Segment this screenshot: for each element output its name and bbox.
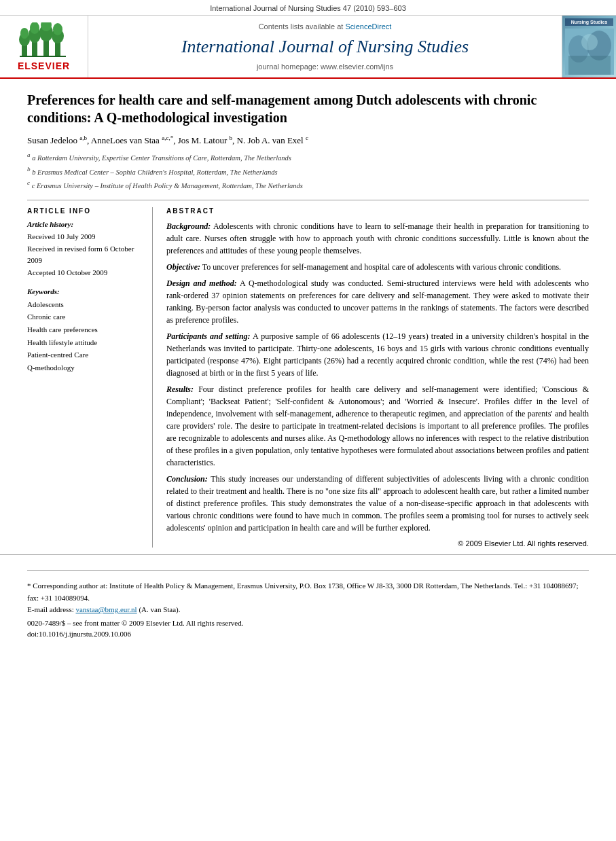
corresponding-note-text: * Corresponding author at: Institute of …: [27, 581, 578, 602]
abstract-background-label: Background:: [166, 221, 211, 231]
abstract-conclusion-text: This study increases our understanding o…: [166, 474, 589, 533]
author-sup-vanexel: c: [306, 135, 308, 141]
abstract-results: Results: Four distinct preference profil…: [166, 383, 589, 469]
abstract-participants: Participants and setting: A purposive sa…: [166, 330, 589, 379]
cover-art-icon: [565, 29, 614, 75]
abstract-column: ABSTRACT Background: Adolescents with ch…: [166, 207, 589, 548]
svg-point-2: [20, 28, 29, 39]
abstract-participants-label: Participants and setting:: [166, 332, 251, 341]
article-title: Preferences for health care and self-man…: [27, 91, 589, 126]
email-label: E-mail address:: [27, 605, 74, 613]
abstract-conclusion: Conclusion: This study increases our und…: [166, 473, 589, 534]
cover-label: Nursing Studies: [565, 18, 613, 26]
keyword-6: Q-methodology: [27, 361, 144, 374]
abstract-results-text: Four distinct preference profiles for he…: [166, 384, 589, 467]
journal-header: ELSEVIER Contents lists available at Sci…: [0, 16, 616, 79]
email-value[interactable]: vanstaa@bmg.eur.nl: [75, 605, 137, 613]
journal-title-area: Contents lists available at ScienceDirec…: [88, 16, 562, 77]
author-sup-vanstaa: a,c,*: [162, 135, 173, 141]
abstract-background: Background: Adolescents with chronic con…: [166, 220, 589, 257]
svg-point-11: [53, 23, 62, 35]
abstract-objective-label: Objective:: [166, 262, 200, 272]
elsevier-tree-icon: [18, 22, 69, 58]
abstract-design-label: Design and method:: [166, 279, 237, 288]
article-info-abstract-section: ARTICLE INFO Article history: Received 1…: [27, 200, 589, 548]
sciencedirect-bar: Contents lists available at ScienceDirec…: [259, 22, 392, 31]
abstract-conclusion-label: Conclusion:: [166, 474, 208, 484]
article-info-section-label: ARTICLE INFO: [27, 207, 144, 215]
keywords-label: Keywords:: [27, 287, 144, 296]
journal-reference-bar: International Journal of Nursing Studies…: [0, 0, 616, 16]
journal-homepage: journal homepage: www.elsevier.com/ijns: [257, 62, 393, 71]
footer-notes: * Corresponding author at: Institute of …: [0, 554, 616, 645]
doi-text: doi:10.1016/j.ijnurstu.2009.10.006: [27, 630, 131, 638]
elsevier-logo-area: ELSEVIER: [0, 16, 88, 77]
footer-divider: [27, 570, 589, 571]
email-line: E-mail address: vanstaa@bmg.eur.nl (A. v…: [27, 604, 589, 616]
author-sup-latour: b: [230, 135, 233, 141]
history-revised: Received in revised form 6 October 2009: [27, 243, 144, 267]
page-wrapper: International Journal of Nursing Studies…: [0, 0, 616, 645]
authors-line: Susan Jedeloo a,b, AnneLoes van Staa a,c…: [27, 135, 589, 146]
affiliation-a: a a Rotterdam University, Expertise Cent…: [27, 150, 589, 164]
history-accepted: Accepted 10 October 2009: [27, 267, 144, 279]
journal-main-title: International Journal of Nursing Studies: [181, 36, 469, 57]
author-sup-jedeloo: a,b: [79, 135, 87, 141]
contents-list-text: Contents lists available at: [259, 22, 344, 31]
abstract-background-text: Adolescents with chronic conditions have…: [166, 221, 589, 255]
affiliations: a a Rotterdam University, Expertise Cent…: [27, 150, 589, 192]
abstract-objective: Objective: To uncover preferences for se…: [166, 261, 589, 273]
issn-text: 0020-7489/$ – see front matter © 2009 El…: [27, 619, 243, 627]
sciencedirect-link[interactable]: ScienceDirect: [345, 22, 391, 31]
copyright-line: © 2009 Elsevier Ltd. All rights reserved…: [166, 539, 589, 548]
journal-cover-image: Nursing Studies: [562, 16, 616, 77]
article-area: Preferences for health care and self-man…: [0, 79, 616, 554]
article-info-column: ARTICLE INFO Article history: Received 1…: [27, 207, 153, 548]
article-history-label: Article history:: [27, 220, 144, 228]
doi-line: doi:10.1016/j.ijnurstu.2009.10.006: [27, 630, 589, 638]
elsevier-brand-label: ELSEVIER: [18, 60, 70, 71]
keyword-1: Adolescents: [27, 298, 144, 311]
issn-line: 0020-7489/$ – see front matter © 2009 El…: [27, 619, 589, 627]
abstract-results-label: Results:: [166, 384, 194, 394]
svg-rect-16: [568, 56, 611, 75]
abstract-objective-text: To uncover preferences for self-manageme…: [202, 262, 561, 272]
svg-point-17: [581, 34, 598, 50]
affiliation-c: c c Erasmus University – Institute of He…: [27, 178, 589, 192]
keyword-2: Chronic care: [27, 310, 144, 323]
abstract-section-label: ABSTRACT: [166, 207, 589, 215]
keyword-4: Health lifestyle attitude: [27, 336, 144, 349]
journal-reference-text: International Journal of Nursing Studies…: [210, 4, 406, 12]
keyword-3: Health care preferences: [27, 323, 144, 336]
email-suffix: (A. van Staa).: [139, 605, 180, 613]
keyword-5: Patient-centred Care: [27, 348, 144, 361]
abstract-design: Design and method: A Q-methodological st…: [166, 277, 589, 326]
corresponding-author-note: * Corresponding author at: Institute of …: [27, 580, 589, 604]
svg-rect-12: [20, 56, 66, 57]
history-received: Received 10 July 2009: [27, 231, 144, 243]
affiliation-b: b b Erasmus Medical Center – Sophia Chil…: [27, 164, 589, 178]
